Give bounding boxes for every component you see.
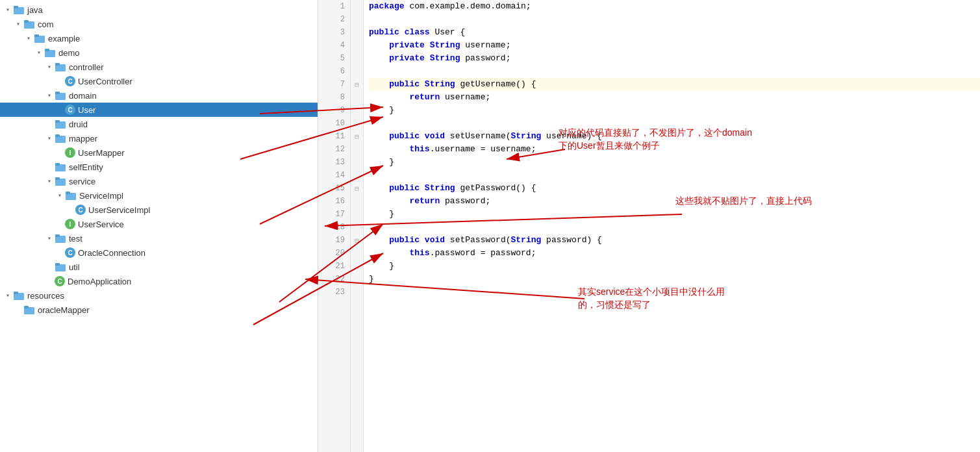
class-badge-c-User: C <box>65 105 75 115</box>
tree-item-util[interactable]: util <box>0 260 318 274</box>
gutter-item-16 <box>351 195 363 208</box>
tree-arrow-ServiceImpl[interactable] <box>55 192 65 199</box>
gutter-item-14 <box>351 169 363 182</box>
line-number-9: 9 <box>318 104 350 117</box>
tree-label-resources: resources <box>27 291 64 301</box>
code-line-19: public void setPassword(String password)… <box>369 234 980 247</box>
tree-item-selfEntity[interactable]: selfEntity <box>0 160 318 174</box>
tree-item-ServiceImpl[interactable]: ServiceImpl <box>0 188 318 203</box>
tree-item-OracleConnection[interactable]: COracleConnection <box>0 245 318 260</box>
code-line-5: private String password; <box>369 52 980 65</box>
tree-item-oracleMapper[interactable]: oracleMapper <box>0 303 318 317</box>
tree-label-User: User <box>78 105 95 115</box>
tree-item-java[interactable]: java <box>0 3 318 17</box>
tree-item-controller[interactable]: controller <box>0 60 318 74</box>
gutter-item-9 <box>351 104 363 117</box>
tree-item-com[interactable]: com <box>0 17 318 31</box>
gutter-item-18 <box>351 221 363 234</box>
code-line-10 <box>369 117 980 130</box>
code-content: 1234567891011121314151617181920212223 ⊟⊟… <box>318 0 980 452</box>
file-tree[interactable]: java com example demo controllerCUserCon… <box>0 0 318 452</box>
line-number-1: 1 <box>318 0 350 13</box>
svg-rect-23 <box>55 234 60 237</box>
code-line-16: return password; <box>369 195 980 208</box>
tree-item-test[interactable]: test <box>0 231 318 245</box>
code-line-6 <box>369 65 980 78</box>
tree-label-DemoApplication: DemoApplication <box>68 277 131 286</box>
tree-label-controller: controller <box>69 62 103 72</box>
tree-item-UserController[interactable]: CUserController <box>0 74 318 88</box>
code-line-13: } <box>369 156 980 169</box>
tree-arrow-test[interactable] <box>44 234 55 242</box>
svg-rect-11 <box>55 92 60 94</box>
line-number-4: 4 <box>318 39 350 52</box>
folder-icon-resources <box>13 290 25 301</box>
line-number-5: 5 <box>318 52 350 65</box>
tree-arrow-domain[interactable] <box>44 92 55 99</box>
tree-item-druid[interactable]: druid <box>0 117 318 131</box>
line-number-2: 2 <box>318 13 350 26</box>
code-line-11: public void setUsername(String username)… <box>369 130 980 143</box>
line-number-3: 3 <box>318 26 350 39</box>
code-lines: package com.example.demo.domain; public … <box>364 0 980 452</box>
svg-rect-9 <box>55 63 60 66</box>
line-number-10: 10 <box>318 117 350 130</box>
tree-label-service: service <box>69 177 95 186</box>
tree-item-DemoApplication[interactable]: CDemoApplication <box>0 274 318 288</box>
folder-icon-service <box>55 175 66 187</box>
gutter-item-3 <box>351 26 363 39</box>
tree-item-UserServiceImpl[interactable]: CUserServiceImpl <box>0 203 318 217</box>
code-line-17: } <box>369 208 980 221</box>
folder-icon-selfEntity <box>55 161 66 173</box>
line-number-21: 21 <box>318 260 350 273</box>
gutter-item-19: ⊟ <box>351 234 363 247</box>
gutter-item-1 <box>351 0 363 13</box>
tree-arrow-service[interactable] <box>44 177 55 185</box>
class-badge-c-UserController: C <box>65 76 75 86</box>
gutter-item-22 <box>351 273 363 286</box>
folder-icon-util <box>55 261 66 273</box>
tree-arrow-example[interactable] <box>23 34 34 42</box>
tree-item-example[interactable]: example <box>0 31 318 45</box>
svg-rect-29 <box>24 306 29 308</box>
folder-icon-druid <box>55 118 66 130</box>
line-number-20: 20 <box>318 247 350 260</box>
tree-label-mapper: mapper <box>69 134 97 144</box>
tree-item-UserMapper[interactable]: IUserMapper <box>0 145 318 160</box>
gutter-item-12 <box>351 143 363 156</box>
folder-icon-java <box>13 4 25 16</box>
tree-arrow-java[interactable] <box>3 6 13 14</box>
tree-label-com: com <box>38 19 54 29</box>
tree-item-mapper[interactable]: mapper <box>0 131 318 145</box>
class-badge-c-DemoApplication: C <box>55 276 65 286</box>
line-number-6: 6 <box>318 65 350 78</box>
gutter-item-23 <box>351 286 363 299</box>
tree-item-resources[interactable]: resources <box>0 288 318 303</box>
line-number-18: 18 <box>318 221 350 234</box>
tree-label-druid: druid <box>69 119 88 129</box>
tree-item-demo[interactable]: demo <box>0 45 318 60</box>
tree-item-User[interactable]: CUser <box>0 103 318 117</box>
tree-arrow-controller[interactable] <box>44 63 55 71</box>
svg-rect-7 <box>45 49 49 51</box>
code-line-3: public class User { <box>369 26 980 39</box>
tree-arrow-com[interactable] <box>13 20 23 28</box>
tree-arrow-resources[interactable] <box>3 292 13 299</box>
folder-icon-ServiceImpl <box>65 190 77 201</box>
code-line-7: public String getUsername() { <box>369 78 980 91</box>
line-number-12: 12 <box>318 143 350 156</box>
folder-icon-controller <box>55 61 66 73</box>
code-line-20: this.password = password; <box>369 247 980 260</box>
svg-rect-3 <box>24 20 29 23</box>
svg-rect-5 <box>34 34 39 37</box>
code-line-9: } <box>369 104 980 117</box>
line-number-19: 19 <box>318 234 350 247</box>
tree-item-service[interactable]: service <box>0 174 318 188</box>
tree-arrow-demo[interactable] <box>34 49 44 56</box>
gutter-item-4 <box>351 39 363 52</box>
code-line-22: } <box>369 273 980 286</box>
tree-arrow-mapper[interactable] <box>44 134 55 142</box>
tree-item-UserService[interactable]: IUserService <box>0 217 318 231</box>
svg-rect-21 <box>66 192 70 194</box>
tree-item-domain[interactable]: domain <box>0 88 318 103</box>
